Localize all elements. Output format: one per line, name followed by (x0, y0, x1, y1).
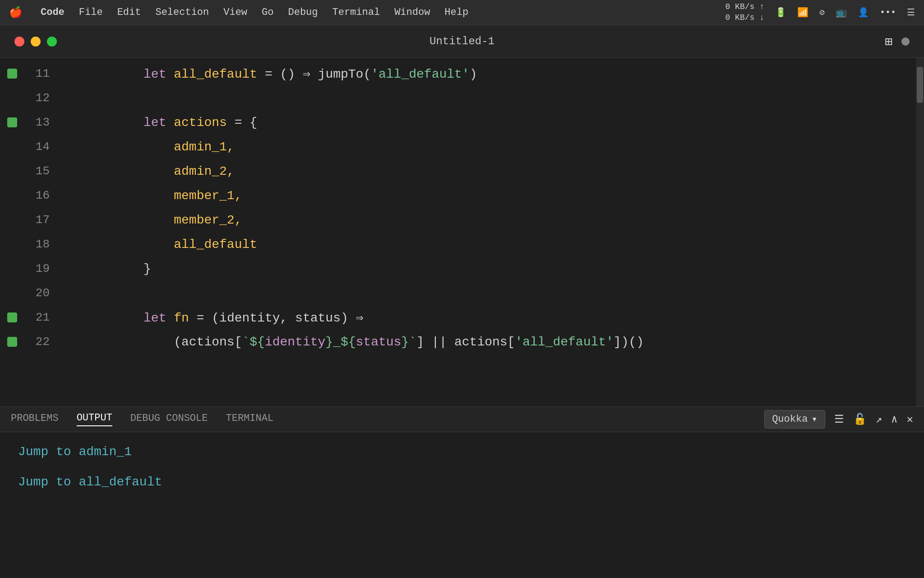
code-line-11: 11 let all_default = () ⇒ jumpTo('all_de… (0, 61, 916, 86)
window-title-text: Untitled-1 (430, 35, 494, 47)
titlebar: Untitled-1 ⊞ (0, 25, 924, 58)
window-title: Untitled-1 (430, 35, 494, 47)
menu-debug[interactable]: Debug (288, 7, 318, 18)
line-number-20: 20 (24, 286, 50, 300)
block-icon: ⊘ (819, 7, 825, 18)
token-status-expr: status (356, 335, 402, 349)
breakpoint-21[interactable] (7, 312, 17, 322)
tab-debug-console[interactable]: DEBUG CONSOLE (130, 413, 208, 426)
panel-tabs: PROBLEMS OUTPUT DEBUG CONSOLE TERMINAL Q… (0, 407, 924, 432)
code-line-22: 22 (actions[`${identity}_${status}`] || … (0, 330, 916, 354)
token-tmpl-mid: }_${ (325, 335, 356, 349)
token-or-actions: ] || actions[ (416, 335, 515, 349)
token-str-all-default-22: 'all_default' (515, 335, 613, 349)
editor-content[interactable]: 11 let all_default = () ⇒ jumpTo('all_de… (0, 58, 916, 406)
menu-help[interactable]: Help (444, 7, 468, 18)
token-eq-arrow: = () (257, 67, 303, 81)
output-line-1: Jump to admin_1 (18, 445, 906, 459)
chevron-down-icon: ▾ (811, 413, 817, 425)
minimize-button[interactable] (31, 37, 41, 47)
token-jumpto-fn: jumpTo( (310, 67, 371, 81)
line-number-22: 22 (24, 335, 50, 349)
titlebar-actions: ⊞ (885, 34, 910, 49)
traffic-lights (14, 37, 57, 47)
menubar-right: 0 KB/s ↑0 KB/s ↓ 🔋 📶 ⊘ 📺 👤 ••• ☰ (725, 2, 915, 23)
token-close-brace: } (143, 262, 151, 276)
external-link-icon[interactable]: ↗ (876, 413, 882, 426)
output-line-2: Jump to all_default (18, 475, 906, 489)
breakpoint-11[interactable] (7, 69, 17, 79)
code-text-22: (actions[`${identity}_${status}`] || act… (68, 321, 644, 363)
breakpoint-22[interactable] (7, 337, 17, 347)
token-close-11: ) (470, 67, 477, 81)
close-panel-icon[interactable]: ✕ (907, 413, 913, 426)
editor-wrapper: 11 let all_default = () ⇒ jumpTo('all_de… (0, 58, 924, 578)
maximize-button[interactable] (47, 37, 57, 47)
token-arrow-11: ⇒ (303, 67, 310, 81)
line-number-12: 12 (24, 91, 50, 105)
menu-selection[interactable]: Selection (155, 7, 209, 18)
menu-edit[interactable]: Edit (117, 7, 141, 18)
menu-code[interactable]: Code (41, 7, 65, 18)
menu-view[interactable]: View (223, 7, 247, 18)
tab-output[interactable]: OUTPUT (77, 412, 112, 426)
line-number-13: 13 (24, 116, 50, 129)
line-number-19: 19 (24, 262, 50, 275)
menu-file[interactable]: File (79, 7, 103, 18)
token-actions-open: (actions[ (143, 335, 242, 349)
line-number-11: 11 (24, 67, 50, 80)
scrollbar-thumb[interactable] (917, 67, 923, 103)
line-number-16: 16 (24, 189, 50, 202)
token-str-all-default: 'all_default' (371, 67, 469, 81)
line-number-17: 17 (24, 213, 50, 227)
more-icon: ••• (880, 7, 896, 18)
token-tmpl-open: `${ (242, 335, 264, 349)
token-all-default-prop: all_default (143, 238, 257, 252)
list-view-icon[interactable]: ☰ (834, 413, 844, 426)
line-number-21: 21 (24, 311, 50, 324)
user-icon: 👤 (858, 7, 869, 18)
apple-menu-icon[interactable]: 🍎 (9, 6, 23, 19)
token-tmpl-close: }` (401, 335, 416, 349)
tab-terminal[interactable]: TERMINAL (226, 413, 273, 426)
line-number-15: 15 (24, 164, 50, 178)
network-info: 0 KB/s ↑0 KB/s ↓ (725, 2, 764, 23)
token-all-default-var: all_default (174, 67, 257, 81)
scrollbar-track[interactable] (916, 58, 924, 406)
panel-content: Jump to admin_1 Jump to all_default (0, 432, 924, 578)
battery-icon: 🔋 (775, 7, 786, 18)
lock-icon[interactable]: 🔓 (853, 413, 867, 426)
menu-go[interactable]: Go (262, 7, 273, 18)
list-icon: ☰ (907, 7, 915, 18)
close-button[interactable] (14, 37, 24, 47)
wifi-icon: 📶 (797, 7, 808, 18)
cast-icon: 📺 (836, 7, 847, 18)
token-call: ])() (614, 335, 644, 349)
dropdown-value: Quokka (772, 414, 808, 425)
panel-tab-actions: Quokka ▾ ☰ 🔓 ↗ ∧ ✕ (764, 410, 913, 429)
breakpoint-13[interactable] (7, 117, 17, 127)
chevron-up-icon[interactable]: ∧ (891, 413, 897, 426)
panel-dropdown[interactable]: Quokka ▾ (764, 410, 825, 429)
line-number-18: 18 (24, 238, 50, 251)
line-number-14: 14 (24, 140, 50, 154)
tab-problems[interactable]: PROBLEMS (11, 413, 59, 426)
settings-dot-icon[interactable] (901, 37, 910, 46)
token-identity-expr: identity (265, 335, 325, 349)
menubar: 🍎 Code File Edit Selection View Go Debug… (0, 0, 924, 25)
menu-window[interactable]: Window (394, 7, 430, 18)
editor-main: 11 let all_default = () ⇒ jumpTo('all_de… (0, 58, 924, 406)
panel: PROBLEMS OUTPUT DEBUG CONSOLE TERMINAL Q… (0, 406, 924, 578)
token-let: let (143, 67, 174, 81)
code-line-19: 19 } (0, 256, 916, 281)
menu-terminal[interactable]: Terminal (333, 7, 380, 18)
split-editor-icon[interactable]: ⊞ (885, 34, 892, 49)
